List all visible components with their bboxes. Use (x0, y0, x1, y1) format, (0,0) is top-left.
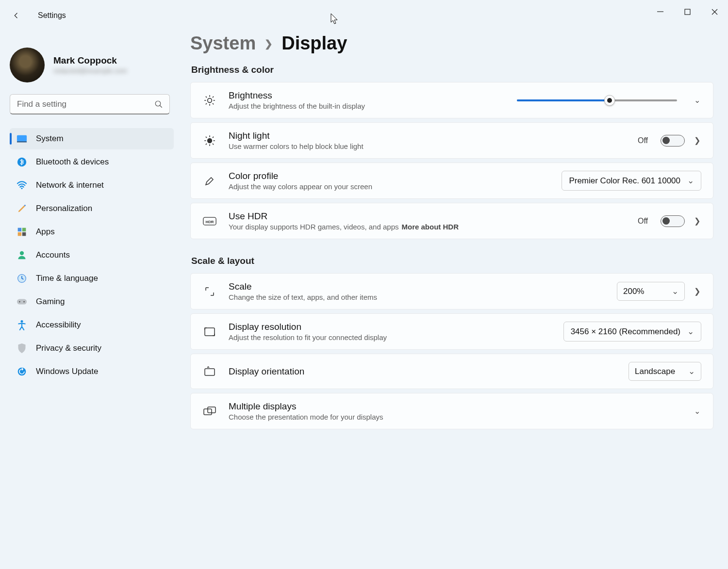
resolution-icon (202, 326, 217, 337)
update-icon (17, 366, 27, 377)
clock-icon (17, 273, 27, 284)
svg-rect-8 (18, 232, 22, 236)
display-icon (17, 133, 27, 144)
nav-accessibility[interactable]: Accessibility (10, 314, 174, 336)
app-title: Settings (38, 11, 66, 20)
svg-point-17 (208, 98, 212, 102)
row-sub: Use warmer colors to help block blue lig… (229, 142, 626, 150)
nav-apps[interactable]: Apps (10, 221, 174, 243)
nav-network[interactable]: Network & internet (10, 175, 174, 196)
chevron-down-icon[interactable]: ⌄ (693, 96, 701, 105)
row-sub: Change the size of text, apps, and other… (229, 293, 605, 301)
nav-label: Accessibility (36, 320, 81, 330)
toggle-state: Off (638, 217, 648, 226)
row-scale[interactable]: Scale Change the size of text, apps, and… (190, 273, 713, 309)
chevron-right-icon[interactable]: ❯ (693, 216, 701, 226)
row-sub: Your display supports HDR games, videos,… (229, 223, 626, 231)
paintbrush-icon (17, 203, 27, 214)
row-resolution: Display resolution Adjust the resolution… (190, 313, 713, 350)
nav: System Bluetooth & devices Network & int… (10, 128, 174, 382)
svg-text:HDR: HDR (205, 219, 214, 224)
chevron-right-icon[interactable]: ❯ (693, 136, 701, 145)
person-icon (17, 250, 27, 260)
search-input[interactable] (10, 94, 170, 114)
nav-accounts[interactable]: Accounts (10, 244, 174, 266)
nav-personalization[interactable]: Personalization (10, 198, 174, 219)
row-brightness[interactable]: Brightness Adjust the brightness of the … (190, 82, 713, 118)
hdr-icon: HDR (202, 216, 217, 226)
chevron-down-icon[interactable]: ⌄ (693, 406, 701, 416)
row-night-light[interactable]: Night light Use warmer colors to help bl… (190, 122, 713, 159)
chevron-right-icon[interactable]: ❯ (693, 287, 701, 296)
row-sub: Adjust the resolution to fit your connec… (229, 333, 552, 341)
nav-label: Gaming (36, 297, 65, 307)
nav-bluetooth[interactable]: Bluetooth & devices (10, 151, 174, 173)
back-button[interactable] (9, 8, 24, 23)
avatar (10, 48, 45, 82)
profile-block[interactable]: Mark Coppock redacted@example.com (10, 48, 174, 82)
svg-rect-21 (205, 328, 215, 336)
nav-label: System (36, 134, 64, 144)
orientation-dropdown[interactable]: Landscape ⌄ (629, 362, 701, 381)
svg-point-1 (155, 101, 161, 106)
resolution-dropdown[interactable]: 3456 × 2160 (Recommended) ⌄ (563, 322, 701, 341)
user-name: Mark Coppock (53, 55, 127, 66)
title-bar (0, 0, 728, 24)
nav-label: Bluetooth & devices (36, 157, 109, 167)
svg-rect-2 (17, 135, 27, 142)
section-scale-layout: Scale & layout (191, 256, 713, 266)
svg-rect-6 (18, 228, 22, 232)
dropdown-value: 200% (623, 287, 644, 296)
multi-display-icon (202, 406, 217, 417)
gamepad-icon (17, 296, 27, 307)
row-title: Multiple displays (229, 401, 681, 412)
toggle-state: Off (638, 136, 648, 145)
accessibility-icon (17, 320, 27, 330)
breadcrumb-parent[interactable]: System (190, 33, 256, 54)
nav-privacy[interactable]: Privacy & security (10, 338, 174, 359)
brightness-slider[interactable] (517, 99, 677, 101)
close-button[interactable] (701, 4, 728, 19)
minimize-button[interactable] (646, 4, 674, 19)
nav-update[interactable]: Windows Update (10, 361, 174, 382)
svg-rect-12 (17, 299, 27, 305)
svg-point-15 (21, 320, 23, 323)
svg-rect-3 (17, 142, 27, 143)
nav-time[interactable]: Time & language (10, 268, 174, 289)
chevron-right-icon: ❯ (265, 38, 273, 49)
row-title: Night light (229, 130, 626, 141)
nav-label: Windows Update (36, 367, 99, 376)
nav-system[interactable]: System (10, 128, 174, 149)
svg-point-4 (17, 158, 26, 166)
row-title: Scale (229, 281, 605, 292)
hdr-more-link[interactable]: More about HDR (401, 223, 459, 231)
chevron-down-icon: ⌄ (688, 366, 695, 376)
hdr-toggle[interactable] (661, 215, 685, 227)
nav-gaming[interactable]: Gaming (10, 291, 174, 312)
nav-label: Apps (36, 227, 55, 237)
svg-point-5 (21, 188, 22, 189)
search-icon (154, 100, 163, 111)
maximize-button[interactable] (674, 4, 701, 19)
row-sub: Adjust the brightness of the built-in di… (229, 102, 505, 110)
row-multiple-displays[interactable]: Multiple displays Choose the presentatio… (190, 393, 713, 429)
chevron-down-icon: ⌄ (687, 176, 694, 186)
night-light-icon (202, 134, 217, 147)
row-orientation: Display orientation Landscape ⌄ (190, 354, 713, 389)
breadcrumb: System ❯ Display (190, 33, 713, 54)
scale-dropdown[interactable]: 200% ⌄ (617, 282, 685, 301)
nav-label: Privacy & security (36, 343, 101, 353)
row-title: Brightness (229, 90, 505, 101)
dropdown-value: Premier Color Rec. 601 10000 (569, 176, 680, 186)
sun-icon (202, 94, 217, 107)
dropdown-value: 3456 × 2160 (Recommended) (571, 327, 680, 337)
row-title: Color profile (229, 171, 550, 181)
breadcrumb-current: Display (281, 33, 347, 54)
user-email: redacted@example.com (53, 67, 127, 75)
nav-label: Personalization (36, 204, 92, 213)
scale-icon (202, 286, 217, 297)
row-hdr[interactable]: HDR Use HDR Your display supports HDR ga… (190, 203, 713, 239)
apps-icon (17, 227, 27, 237)
color-profile-dropdown[interactable]: Premier Color Rec. 601 10000 ⌄ (562, 171, 701, 191)
night-light-toggle[interactable] (661, 135, 685, 146)
